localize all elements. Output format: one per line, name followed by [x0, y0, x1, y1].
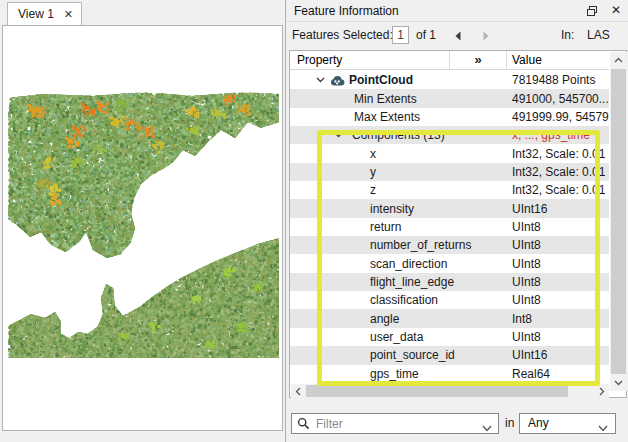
- property-cell: Max Extents: [290, 108, 507, 126]
- filter-in-label: in: [505, 413, 514, 434]
- property-label: flight_line_edge: [370, 275, 454, 289]
- collapse-chevron-icon[interactable]: [332, 132, 344, 138]
- property-table: Property » Value PointCloud7819488 Point…: [289, 50, 627, 398]
- property-cell: return: [290, 218, 507, 236]
- table-row[interactable]: Components (13)x, ..., gps_time: [290, 126, 609, 144]
- float-window-icon[interactable]: [585, 4, 599, 18]
- scroll-up-icon[interactable]: [610, 52, 627, 68]
- table-row[interactable]: user_dataUInt8: [290, 328, 609, 346]
- value-column-header[interactable]: Value: [512, 51, 542, 69]
- property-label: angle: [370, 312, 399, 326]
- collapse-chevron-icon[interactable]: [314, 77, 326, 83]
- features-selected-label: Features Selected:: [292, 22, 393, 48]
- next-feature-icon[interactable]: [482, 30, 490, 44]
- table-row[interactable]: number_of_returnsUInt8: [290, 236, 609, 254]
- property-cell: Min Extents: [290, 89, 507, 107]
- view-tab-bar: View 1 ✕: [0, 0, 285, 25]
- table-row[interactable]: returnUInt8: [290, 218, 609, 236]
- property-label: y: [370, 165, 376, 179]
- property-label: PointCloud: [349, 73, 413, 87]
- property-label: x: [370, 147, 376, 161]
- scroll-left-icon[interactable]: [291, 384, 305, 398]
- value-cell: Int32, Scale: 0.01: [512, 181, 609, 199]
- scroll-down-icon[interactable]: [610, 375, 627, 391]
- filter-dropdown-chevron-icon[interactable]: [482, 421, 492, 435]
- property-label: scan_direction: [370, 257, 447, 271]
- scroll-right-icon[interactable]: [595, 384, 609, 398]
- panel-title: Feature Information: [294, 0, 399, 22]
- property-cell: flight_line_edge: [290, 273, 507, 291]
- property-label: z: [370, 183, 376, 197]
- property-cell: y: [290, 163, 507, 181]
- value-cell: UInt8: [512, 328, 609, 346]
- filter-input[interactable]: [316, 415, 476, 432]
- tab-close-icon[interactable]: ✕: [64, 9, 73, 20]
- property-cell: z: [290, 181, 507, 199]
- property-label: intensity: [370, 202, 414, 216]
- table-row[interactable]: scan_directionUInt8: [290, 254, 609, 272]
- table-row[interactable]: flight_line_edgeUInt8: [290, 273, 609, 291]
- table-row[interactable]: Max Extents491999.99, 545799: [290, 108, 609, 126]
- property-column-header[interactable]: Property: [297, 51, 342, 69]
- feature-information-panel: Feature Information ✕ Features Selected:…: [285, 0, 628, 442]
- table-row[interactable]: point_source_idUInt16: [290, 346, 609, 364]
- filter-combobox[interactable]: [291, 413, 499, 434]
- table-row[interactable]: zInt32, Scale: 0.01: [290, 181, 609, 199]
- property-label: point_source_id: [370, 348, 455, 362]
- map-view[interactable]: [2, 25, 283, 431]
- value-cell: UInt16: [512, 199, 609, 217]
- table-row[interactable]: Min Extents491000, 545700...: [290, 89, 609, 107]
- features-selected-bar: Features Selected: 1 of 1 In: LAS: [286, 22, 628, 49]
- property-label: user_data: [370, 330, 423, 344]
- property-label: classification: [370, 293, 438, 307]
- property-cell: classification: [290, 291, 507, 309]
- property-cell: PointCloud: [290, 71, 507, 89]
- feature-index-input[interactable]: 1: [392, 26, 409, 44]
- value-cell: 491999.99, 545799: [512, 108, 609, 126]
- value-cell: UInt8: [512, 236, 609, 254]
- feature-count-label: of 1: [416, 22, 436, 48]
- pointcloud-icon: [330, 75, 345, 86]
- value-cell: Int32, Scale: 0.01: [512, 144, 609, 162]
- property-label: Max Extents: [354, 110, 420, 124]
- value-cell: 7819488 Points: [512, 71, 609, 89]
- property-table-body: PointCloud7819488 PointsMin Extents49100…: [290, 71, 609, 383]
- value-cell: UInt8: [512, 254, 609, 272]
- property-label: Min Extents: [354, 92, 417, 106]
- filter-bar: in Any: [286, 408, 628, 442]
- value-cell: 491000, 545700...: [512, 89, 609, 107]
- filter-scope-dropdown[interactable]: Any: [519, 413, 616, 434]
- app: { "view_tab": { "label": "View 1", "clos…: [0, 0, 628, 442]
- vertical-scrollbar[interactable]: [610, 52, 627, 391]
- previous-feature-icon[interactable]: [454, 30, 462, 44]
- vertical-scroll-thumb[interactable]: [611, 69, 626, 374]
- property-cell: intensity: [290, 199, 507, 217]
- expand-columns-button[interactable]: »: [449, 51, 507, 69]
- tab-view-1[interactable]: View 1 ✕: [7, 2, 82, 25]
- property-cell: user_data: [290, 328, 507, 346]
- table-row[interactable]: gps_timeReal64: [290, 365, 609, 383]
- value-cell: UInt16: [512, 346, 609, 364]
- horizontal-scroll-thumb[interactable]: [306, 385, 568, 397]
- property-cell: x: [290, 144, 507, 162]
- table-row[interactable]: yInt32, Scale: 0.01: [290, 163, 609, 181]
- property-label: return: [370, 220, 401, 234]
- pointcloud-map-canvas[interactable]: [3, 26, 282, 430]
- horizontal-scrollbar[interactable]: [291, 384, 609, 398]
- in-label: In:: [561, 22, 574, 48]
- value-cell: Real64: [512, 365, 609, 383]
- search-icon: [297, 417, 310, 433]
- panel-close-icon[interactable]: ✕: [611, 3, 621, 17]
- table-row[interactable]: intensityUInt16: [290, 199, 609, 217]
- property-cell: gps_time: [290, 365, 507, 383]
- table-row[interactable]: PointCloud7819488 Points: [290, 71, 609, 89]
- in-value: LAS: [587, 22, 610, 48]
- table-row[interactable]: classificationUInt8: [290, 291, 609, 309]
- value-cell: x, ..., gps_time: [512, 126, 609, 144]
- value-cell: UInt8: [512, 273, 609, 291]
- scope-dropdown-chevron-icon[interactable]: [598, 421, 608, 435]
- property-label: gps_time: [370, 367, 419, 381]
- panel-title-bar: Feature Information ✕: [286, 0, 628, 22]
- table-row[interactable]: xInt32, Scale: 0.01: [290, 144, 609, 162]
- table-row[interactable]: angleInt8: [290, 309, 609, 327]
